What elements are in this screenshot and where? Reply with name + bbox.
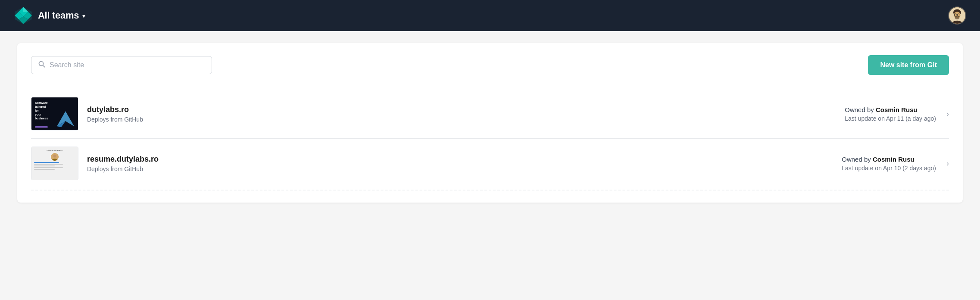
user-avatar-icon xyxy=(949,6,965,25)
search-input[interactable] xyxy=(50,61,205,69)
site-meta: Owned by Cosmin Rusu Last update on Apr … xyxy=(845,106,936,122)
site-left: Cosmin-Ionut Rusu xyxy=(31,147,159,180)
site-deploy: Deploys from GitHub xyxy=(87,116,143,123)
chevron-right-icon: › xyxy=(946,109,949,119)
team-selector[interactable]: All teams ▾ xyxy=(38,10,85,21)
site-owner: Owned by Cosmin Rusu xyxy=(842,156,936,163)
site-owner: Owned by Cosmin Rusu xyxy=(845,106,936,113)
site-deploy: Deploys from GitHub xyxy=(87,166,159,172)
thumbnail-header-resume: Cosmin-Ionut Rusu xyxy=(47,150,63,152)
site-right: Owned by Cosmin Rusu Last update on Apr … xyxy=(845,106,949,122)
svg-point-21 xyxy=(53,155,56,158)
site-update: Last update on Apr 11 (a day ago) xyxy=(845,115,936,122)
bottom-dashed-line xyxy=(31,190,949,191)
chevron-right-icon: › xyxy=(946,159,949,168)
site-item[interactable]: Cosmin-Ionut Rusu xyxy=(31,138,949,188)
sites-card: New site from Git Softwaretailoredforyou… xyxy=(17,43,963,203)
team-name: All teams xyxy=(38,10,79,21)
site-info: resume.dutylabs.ro Deploys from GitHub xyxy=(87,155,159,172)
svg-line-17 xyxy=(43,65,44,67)
sites-header: New site from Git xyxy=(31,55,949,75)
svg-point-14 xyxy=(955,16,960,19)
owner-name: Cosmin Rusu xyxy=(873,156,914,163)
site-name: dutylabs.ro xyxy=(87,105,143,114)
site-list: Softwaretailoredforyourbusiness xyxy=(31,89,949,188)
site-right: Owned by Cosmin Rusu Last update on Apr … xyxy=(842,156,949,172)
site-update: Last update on Apr 10 (2 days ago) xyxy=(842,165,936,172)
site-item[interactable]: Softwaretailoredforyourbusiness xyxy=(31,89,949,138)
chevron-down-icon: ▾ xyxy=(82,12,85,19)
thumbnail-text-dutylabs: Softwaretailoredforyourbusiness xyxy=(35,101,48,120)
avatar[interactable] xyxy=(948,6,966,25)
main-content: New site from Git Softwaretailoredforyou… xyxy=(0,31,980,215)
new-site-from-git-button[interactable]: New site from Git xyxy=(868,55,949,75)
thumbnail-bird-icon xyxy=(55,109,76,128)
site-thumbnail-dutylabs: Softwaretailoredforyourbusiness xyxy=(31,97,78,131)
thumbnail-lines-resume xyxy=(34,162,75,170)
owner-name: Cosmin Rusu xyxy=(876,106,918,113)
search-wrapper[interactable] xyxy=(31,56,212,74)
site-thumbnail-resume: Cosmin-Ionut Rusu xyxy=(31,147,78,180)
site-info: dutylabs.ro Deploys from GitHub xyxy=(87,105,143,123)
search-icon xyxy=(38,61,45,69)
navbar: All teams ▾ xyxy=(0,0,980,31)
site-meta: Owned by Cosmin Rusu Last update on Apr … xyxy=(842,156,936,172)
thumbnail-avatar-resume xyxy=(51,153,59,161)
site-name: resume.dutylabs.ro xyxy=(87,155,159,164)
svg-marker-18 xyxy=(57,111,74,126)
site-left: Softwaretailoredforyourbusiness xyxy=(31,97,143,131)
navbar-left: All teams ▾ xyxy=(14,6,85,25)
netlify-logo-icon xyxy=(14,6,33,25)
